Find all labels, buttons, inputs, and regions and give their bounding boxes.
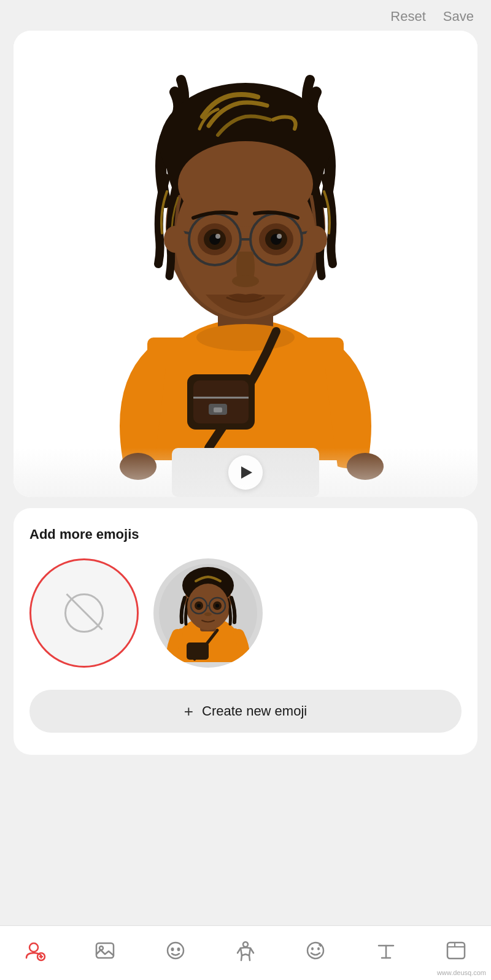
svg-point-56 bbox=[171, 947, 174, 951]
svg-point-40 bbox=[187, 584, 229, 630]
svg-line-60 bbox=[250, 948, 253, 953]
ban-icon bbox=[64, 593, 104, 633]
avatar-preview bbox=[14, 31, 477, 497]
header: Reset Save bbox=[0, 0, 491, 31]
emoji-avatar-circle[interactable] bbox=[153, 558, 263, 668]
svg-point-29 bbox=[277, 234, 282, 239]
create-emoji-label: Create new emoji bbox=[202, 703, 307, 719]
body-icon bbox=[233, 938, 258, 963]
emoji-empty-slot[interactable] bbox=[29, 558, 139, 668]
create-emoji-plus-icon: + bbox=[184, 703, 193, 719]
svg-point-57 bbox=[177, 947, 180, 951]
avatar-illustration bbox=[86, 31, 405, 497]
play-icon bbox=[241, 466, 252, 479]
bottom-nav bbox=[0, 925, 491, 980]
svg-point-47 bbox=[215, 604, 219, 608]
svg-point-45 bbox=[197, 604, 201, 608]
svg-line-62 bbox=[249, 955, 250, 960]
save-button[interactable]: Save bbox=[443, 9, 474, 25]
nav-item-profile[interactable] bbox=[13, 936, 57, 965]
nav-item-gallery[interactable] bbox=[83, 936, 127, 965]
svg-point-25 bbox=[215, 234, 220, 239]
nav-item-sticker[interactable] bbox=[434, 936, 478, 965]
svg-point-64 bbox=[311, 947, 314, 951]
nav-item-emoji[interactable] bbox=[293, 936, 338, 965]
emoji-circles-row bbox=[29, 558, 462, 668]
nav-item-body[interactable] bbox=[223, 936, 268, 965]
play-area bbox=[14, 448, 477, 497]
play-button[interactable] bbox=[228, 455, 263, 490]
svg-point-48 bbox=[204, 612, 212, 616]
nav-item-face[interactable] bbox=[153, 936, 198, 965]
svg-line-61 bbox=[241, 955, 242, 960]
nav-item-text[interactable] bbox=[364, 936, 408, 965]
emoji-icon bbox=[303, 938, 328, 963]
watermark: www.deusq.com bbox=[437, 969, 486, 976]
emoji-section: Add more emojis bbox=[14, 508, 477, 755]
svg-rect-36 bbox=[187, 642, 209, 660]
sticker-icon bbox=[444, 938, 468, 963]
svg-point-55 bbox=[168, 943, 184, 959]
svg-line-59 bbox=[238, 948, 241, 953]
gallery-icon bbox=[93, 938, 117, 963]
svg-rect-68 bbox=[447, 943, 465, 959]
svg-point-58 bbox=[243, 942, 248, 947]
emoji-section-title: Add more emojis bbox=[29, 527, 462, 542]
emoji-avatar-illustration bbox=[159, 564, 257, 662]
svg-rect-11 bbox=[214, 407, 222, 412]
svg-point-49 bbox=[29, 943, 38, 952]
face-icon bbox=[163, 938, 188, 963]
svg-point-30 bbox=[232, 275, 259, 287]
profile-icon bbox=[23, 938, 47, 963]
svg-point-65 bbox=[317, 947, 320, 951]
svg-point-4 bbox=[196, 324, 295, 351]
text-icon bbox=[374, 938, 398, 963]
create-emoji-button[interactable]: + Create new emoji bbox=[29, 690, 462, 733]
reset-button[interactable]: Reset bbox=[390, 9, 425, 25]
svg-rect-53 bbox=[96, 943, 114, 958]
avatar-card bbox=[14, 31, 477, 497]
svg-point-54 bbox=[99, 946, 103, 950]
svg-rect-8 bbox=[193, 380, 249, 423]
svg-point-31 bbox=[164, 226, 186, 253]
svg-point-16 bbox=[178, 141, 313, 227]
svg-point-32 bbox=[305, 226, 327, 253]
